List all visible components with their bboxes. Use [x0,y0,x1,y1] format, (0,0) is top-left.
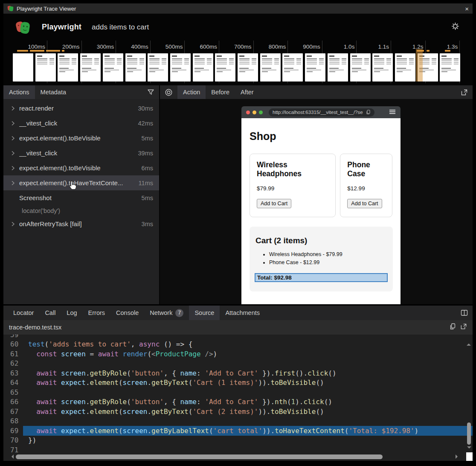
add-to-cart-button[interactable]: Add to Cart [257,199,291,208]
close-icon[interactable]: × [465,6,469,12]
timeline-thumbnail[interactable] [440,53,460,82]
traffic-light-green-icon [259,111,263,114]
timeline-thumbnail[interactable] [260,53,281,82]
timeline-thumbnail[interactable] [193,53,213,82]
timeline-tick-label: 500ms [151,44,183,50]
timeline-thumbnail[interactable] [148,53,168,82]
scroll-up-icon[interactable] [467,335,471,346]
timeline-thumbnail[interactable] [238,53,258,82]
tab-locator[interactable]: Locator [8,306,39,320]
timeline-thumbnail[interactable] [350,53,371,82]
timeline-tick-label: 1.0s [323,44,354,50]
scroll-left-icon[interactable] [9,454,14,459]
timeline-action-bar[interactable] [427,50,430,52]
tab-before[interactable]: Before [206,85,235,99]
copy-source-button[interactable] [450,323,456,332]
timeline-thumbnail[interactable] [305,53,325,82]
action-row[interactable]: expect.element().toBeVisible5ms [3,131,159,146]
code-line[interactable]: 63 await screen.getByRole('button', { na… [3,368,473,378]
action-row[interactable]: __vitest_click39ms [3,146,159,160]
vertical-scrollbar[interactable] [467,335,472,451]
titlebar: Playwright Trace Viewer × [3,3,473,14]
line-number: 70 [3,436,23,444]
action-row[interactable]: expect.element().toBeVisible6ms [3,160,159,175]
timeline-thumbnail[interactable] [395,53,415,82]
code-line[interactable]: 70}) [3,436,473,446]
timeline-thumbnail[interactable] [170,53,191,82]
tab-actions[interactable]: Actions [3,85,35,99]
copy-url-icon[interactable] [366,110,371,115]
timeline-thumbnail[interactable] [328,53,348,82]
code-line[interactable]: 61 const screen = await render(<ProductP… [3,349,473,359]
tab-source[interactable]: Source [189,306,220,320]
playwright-logo-icon [15,20,32,35]
action-title: expect.element().toBeVisible [19,134,101,142]
action-row[interactable]: expect.element().toHaveTextConte...11ms [3,175,159,190]
timeline-tick-label: 900ms [289,44,320,50]
traffic-light-red-icon [246,111,250,114]
tab-errors[interactable]: Errors [83,306,110,320]
tab-after[interactable]: After [235,85,259,99]
timeline-tick-label: 300ms [82,44,114,50]
code-line[interactable]: 68 [3,416,473,426]
code-line[interactable]: 65 [3,387,473,397]
action-title: expect.element().toBeVisible [19,164,101,172]
filter-button[interactable] [142,85,159,99]
timeline-thumbnail[interactable] [35,53,56,82]
hscroll-thumb[interactable] [16,454,383,459]
code-text [23,359,473,369]
add-to-cart-button[interactable]: Add to Cart [347,199,382,208]
horizontal-scrollbar[interactable] [9,454,460,460]
action-row[interactable]: onAfterRetryTask [fail]3ms [3,216,159,231]
timeline-thumbnail[interactable] [215,53,235,82]
pick-locator-button[interactable] [160,85,177,99]
code-line[interactable]: 59 [3,335,473,340]
product-card: Phone Case $12.99 Add to Cart [340,154,392,217]
code-line[interactable]: 67 await expect.element(screen.getByText… [3,407,473,416]
code-line[interactable]: 64 await expect.element(screen.getByText… [3,378,473,388]
action-row[interactable]: react.render30ms [3,101,159,116]
tab-log[interactable]: Log [61,306,82,320]
timeline-action-bar[interactable] [17,50,28,52]
code-line[interactable]: 60test('adds items to cart', async () =>… [3,340,473,350]
timeline-thumbnail[interactable] [80,53,101,82]
action-row[interactable]: Screenshot5ms [3,190,159,205]
timeline-action-bar[interactable] [445,50,450,52]
timeline-thumbnail[interactable] [103,53,123,82]
timeline-action-bar[interactable] [46,50,60,52]
tab-network[interactable]: Network7 [144,306,189,320]
code-line[interactable]: 62 [3,359,473,369]
tab-metadata[interactable]: Metadata [35,85,72,99]
network-count-badge: 7 [175,309,183,317]
tab-attachments[interactable]: Attachments [220,306,265,320]
vscroll-thumb[interactable] [467,422,471,445]
open-snapshot-button[interactable] [456,85,473,99]
timeline-thumbnail[interactable] [13,53,33,82]
timeline-action-bar[interactable] [30,50,44,52]
sidebar-tabs: ActionsMetadata [3,85,72,99]
open-source-button[interactable] [460,323,467,332]
menu-icon[interactable] [389,108,396,116]
tab-console[interactable]: Console [110,306,144,320]
code-text: await screen.getByRole('button', { name:… [23,397,473,407]
timeline-action-bar[interactable] [62,50,64,52]
code-editor[interactable]: 5960test('adds items to cart', async () … [3,335,473,461]
code-line[interactable]: 66 await screen.getByRole('button', { na… [3,397,473,407]
settings-button[interactable] [451,22,460,32]
timeline-thumbnail[interactable] [372,53,393,82]
tab-label: Source [194,309,214,316]
action-row[interactable]: __vitest_click42ms [3,116,159,131]
timeline-thumbnail[interactable] [58,53,78,82]
tab-call[interactable]: Call [39,306,61,320]
timeline-thumbnail[interactable] [282,53,303,82]
toggle-layout-button[interactable] [456,306,473,320]
timeline-thumbnail[interactable] [125,53,146,82]
address-bar[interactable]: http://localhost:63315/__vitest_test__/?… [269,108,374,116]
code-line[interactable]: 69 await expect.element(screen.getByLabe… [3,426,473,436]
action-duration: 39ms [138,150,153,157]
scroll-down-icon[interactable] [467,446,471,451]
timeline[interactable]: 100ms200ms300ms400ms500ms600ms700ms800ms… [3,41,473,83]
scroll-right-icon[interactable] [456,454,460,459]
tab-label: Before [211,89,229,96]
tab-action[interactable]: Action [177,85,206,99]
